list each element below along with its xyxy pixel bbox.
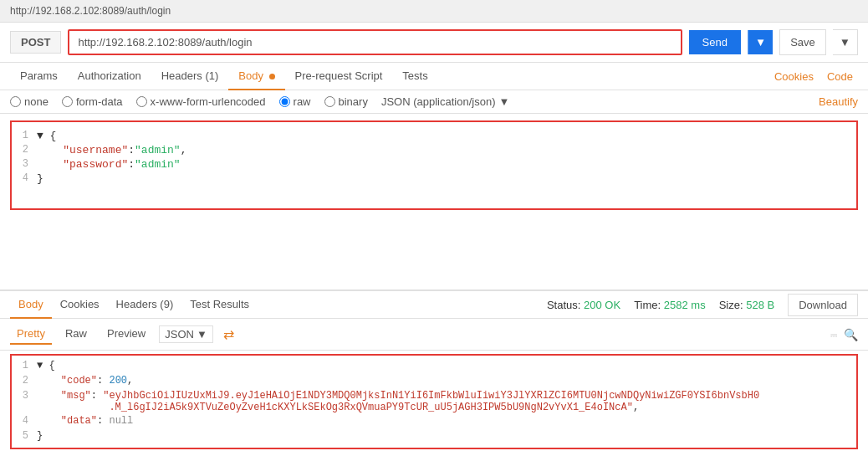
json-type-select[interactable]: JSON (application/json) ▼ (381, 95, 509, 108)
resp-icons: ⎓ 🔍 (830, 328, 858, 341)
url-input[interactable] (69, 31, 680, 54)
option-form-data[interactable]: form-data (62, 95, 123, 108)
resp-line-2: 2 "code": 200, (12, 374, 856, 389)
resp-line-3: 3 "msg": "eyJhbGciOiJIUzUxMiJ9.eyJ1eHAiO… (12, 389, 856, 414)
resp-tab-body[interactable]: Body (10, 291, 52, 319)
option-urlencoded[interactable]: x-www-form-urlencoded (136, 95, 266, 108)
format-type-select[interactable]: JSON ▼ (159, 325, 213, 343)
app-container: http://192.168.2.102:8089/auth/login POS… (0, 0, 868, 456)
option-none[interactable]: none (10, 95, 49, 108)
format-tab-raw[interactable]: Raw (59, 324, 94, 345)
request-bar: POST Send ▼ Save ▼ (0, 23, 868, 63)
size-label: Size: (719, 299, 743, 311)
resp-line-5: 5 } (12, 429, 856, 444)
send-button[interactable]: Send (689, 30, 741, 54)
time-value: 2582 ms (664, 299, 706, 311)
tab-params[interactable]: Params (10, 63, 68, 90)
status-info: Status: 200 OK Time: 2582 ms Size: 528 B… (547, 294, 858, 316)
tab-prerequest[interactable]: Pre-request Script (285, 63, 393, 90)
format-type-chevron: ▼ (197, 328, 207, 341)
save-button[interactable]: Save (779, 29, 826, 55)
status-value: 200 OK (584, 299, 620, 311)
resp-line-1: 1 ▼ { (12, 359, 856, 374)
response-tabs-row: Body Cookies Headers (9) Test Results St… (0, 291, 868, 319)
tabs-right: Cookies Code (769, 64, 858, 90)
request-tabs-row: Params Authorization Headers (1) Body Pr… (0, 63, 868, 90)
copy-icon[interactable]: ⎓ (830, 328, 837, 341)
browser-url: http://192.168.2.102:8089/auth/login (10, 5, 171, 17)
tab-authorization[interactable]: Authorization (68, 63, 151, 90)
resp-tab-test-results[interactable]: Test Results (181, 291, 258, 319)
resp-tab-headers[interactable]: Headers (9) (108, 291, 182, 319)
body-options-row: none form-data x-www-form-urlencoded raw… (0, 90, 868, 114)
time-label: Time: (634, 299, 661, 311)
size-value: 528 B (746, 299, 774, 311)
send-dropdown-button[interactable]: ▼ (748, 30, 773, 54)
method-badge: POST (10, 31, 61, 54)
tab-headers[interactable]: Headers (1) (151, 63, 229, 90)
json-type-chevron: ▼ (498, 95, 509, 108)
resp-line-4: 4 "data": null (12, 414, 856, 429)
code-line-2: 2 "username":"admin", (12, 143, 856, 157)
body-dot-indicator (269, 74, 275, 79)
response-code-area[interactable]: 1 ▼ { 2 "code": 200, 3 "msg": "eyJhbGciO… (10, 354, 858, 449)
option-binary[interactable]: binary (324, 95, 368, 108)
save-dropdown-button[interactable]: ▼ (833, 29, 858, 55)
format-tab-pretty[interactable]: Pretty (10, 324, 52, 345)
code-link[interactable]: Code (822, 64, 858, 90)
format-tab-preview[interactable]: Preview (100, 324, 152, 345)
beautify-button[interactable]: Beautify (819, 95, 858, 108)
search-icon[interactable]: 🔍 (844, 328, 858, 341)
code-line-3: 3 "password":"admin" (12, 157, 856, 172)
resp-format-row: Pretty Raw Preview JSON ▼ ⇄ ⎓ 🔍 (0, 319, 868, 351)
url-input-wrapper (68, 29, 682, 55)
tab-body[interactable]: Body (228, 63, 284, 90)
spacer (0, 217, 868, 289)
tab-tests[interactable]: Tests (392, 63, 437, 90)
code-line-1: 1 ▼ { (12, 129, 856, 143)
code-line-4: 4 } (12, 172, 856, 186)
download-button[interactable]: Download (788, 294, 858, 316)
option-raw[interactable]: raw (279, 95, 311, 108)
response-section: Body Cookies Headers (9) Test Results St… (0, 289, 868, 456)
resp-tab-cookies[interactable]: Cookies (52, 291, 108, 319)
wrap-icon[interactable]: ⇄ (223, 326, 234, 342)
request-code-editor[interactable]: 1 ▼ { 2 "username":"admin", 3 "password"… (10, 120, 858, 210)
browser-bar: http://192.168.2.102:8089/auth/login (0, 0, 868, 23)
cookies-link[interactable]: Cookies (769, 64, 819, 90)
status-label: Status: (547, 299, 580, 311)
